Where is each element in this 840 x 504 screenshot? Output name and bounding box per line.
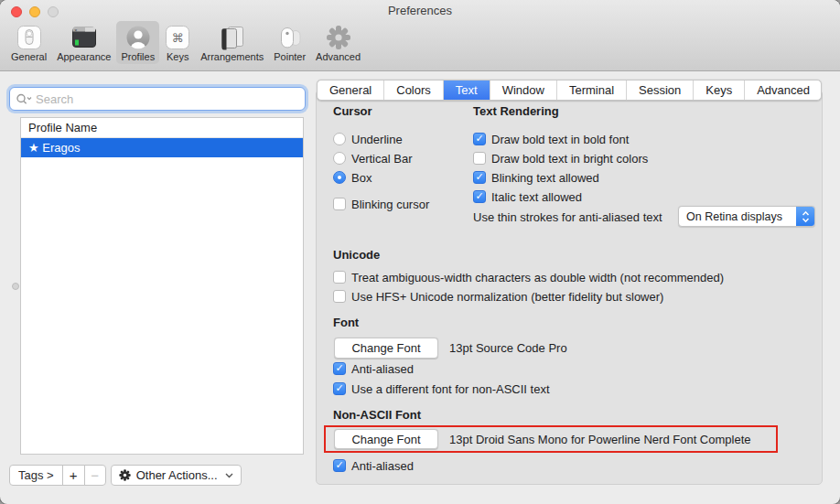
radio-label: Box (351, 171, 372, 185)
checkbox-row-ambiguous-width: Treat ambiguous-width characters as doub… (333, 269, 724, 285)
pointer-mouse-icon (277, 24, 303, 50)
dropdown-selected-value: On Retina displays (679, 210, 796, 223)
radio-row-box: Box (333, 169, 372, 186)
toolbar-item-label: Appearance (57, 51, 111, 62)
toolbar-item-label: Pointer (274, 51, 306, 62)
toolbar-item-label: General (11, 51, 47, 62)
general-switch-icon (16, 24, 42, 50)
font-value: 13pt Source Code Pro (449, 341, 567, 355)
checkbox-label: Anti-aliased (351, 459, 414, 473)
checkbox-row-hfs-normalization: Use HFS+ Unicode normalization (better f… (333, 288, 663, 305)
checkbox-label: Blinking cursor (351, 198, 429, 211)
sidebar-footer: Tags > + − Other Actions... (9, 465, 242, 486)
checkbox-label: Blinking text allowed (491, 171, 599, 185)
appearance-window-icon: × (71, 24, 97, 50)
draw-bold-bright-checkbox[interactable] (473, 152, 486, 165)
tab-bar: General Colors Text Window Terminal Sess… (317, 80, 822, 101)
radio-label: Underline (351, 133, 403, 146)
tab-keys[interactable]: Keys (693, 80, 744, 100)
toolbar-item-appearance[interactable]: × Appearance (52, 21, 115, 64)
preferences-window: Preferences General × Appearance Profile… (0, 0, 840, 504)
thin-strokes-dropdown[interactable]: On Retina displays (678, 206, 815, 227)
vertical-bar-radio[interactable] (333, 152, 346, 165)
radio-row-vertical-bar: Vertical Bar (333, 150, 412, 166)
unicode-section-title: Unicode (333, 248, 380, 262)
blinking-text-checkbox[interactable] (473, 171, 486, 184)
radio-label: Vertical Bar (351, 152, 412, 166)
tab-advanced[interactable]: Advanced (744, 80, 822, 100)
chevron-down-icon (225, 473, 233, 478)
draw-bold-in-bold-checkbox[interactable] (473, 133, 486, 145)
toolbar-item-keys[interactable]: ⌘ Keys (160, 21, 195, 64)
different-non-ascii-checkbox[interactable] (333, 382, 346, 395)
tab-general[interactable]: General (318, 80, 383, 100)
profile-row-eragos[interactable]: ★ Eragos (21, 138, 303, 157)
search-icon (16, 93, 33, 105)
toolbar-item-advanced[interactable]: Advanced (311, 21, 365, 64)
non-ascii-font-section-title: Non-ASCII Font (333, 408, 421, 422)
toolbar: General × Appearance Profiles ⌘ Keys (6, 21, 365, 64)
non-ascii-font-value: 13pt Droid Sans Mono for Powerline Nerd … (449, 433, 751, 446)
hfs-normalization-checkbox[interactable] (333, 290, 346, 303)
toolbar-item-arrangements[interactable]: Arrangements (196, 21, 268, 64)
add-profile-button[interactable]: + (62, 465, 85, 486)
profile-settings-panel: General Colors Text Window Terminal Sess… (316, 90, 823, 485)
checkbox-row-blinking-text: Blinking text allowed (473, 169, 599, 186)
tab-terminal[interactable]: Terminal (556, 80, 626, 100)
antialiased-checkbox[interactable] (333, 362, 346, 375)
underline-radio[interactable] (333, 133, 346, 145)
checkbox-row-blinking-cursor: Blinking cursor (333, 196, 429, 212)
tab-window[interactable]: Window (490, 80, 556, 100)
change-non-ascii-font-button[interactable]: Change Font (334, 429, 438, 449)
window-title: Preferences (0, 4, 840, 17)
keys-command-icon: ⌘ (165, 24, 190, 50)
checkbox-row-antialiased: Anti-aliased (333, 360, 414, 377)
checkbox-label: Draw bold text in bold font (491, 133, 629, 146)
svg-text:×: × (74, 27, 78, 32)
tab-text[interactable]: Text (443, 80, 490, 100)
search-input[interactable] (33, 92, 305, 106)
blinking-cursor-checkbox[interactable] (333, 198, 346, 210)
toolbar-item-general[interactable]: General (6, 21, 51, 64)
checkbox-label: Anti-aliased (351, 362, 414, 376)
checkbox-row-non-ascii-antialiased: Anti-aliased (333, 457, 414, 474)
svg-text:⌘: ⌘ (172, 30, 184, 44)
toolbar-item-label: Keys (167, 51, 188, 62)
checkbox-row-italic-text: Italic text allowed (473, 188, 582, 205)
checkbox-row-different-non-ascii: Use a different font for non-ASCII text (333, 381, 550, 397)
toolbar-item-label: Profiles (121, 51, 155, 62)
non-ascii-antialiased-checkbox[interactable] (333, 459, 346, 472)
gear-icon (119, 469, 131, 481)
checkbox-label: Italic text allowed (491, 190, 582, 204)
cursor-section-title: Cursor (333, 104, 372, 118)
profile-list: Profile Name ★ Eragos (20, 117, 304, 455)
checkbox-label: Use a different font for non-ASCII text (351, 382, 550, 396)
profile-search-field[interactable] (9, 87, 306, 111)
advanced-gear-icon (326, 24, 351, 50)
splitter-handle[interactable] (12, 283, 19, 290)
checkbox-row-bright-colors: Draw bold text in bright colors (473, 150, 648, 166)
toolbar-item-label: Advanced (316, 51, 361, 62)
change-font-button[interactable]: Change Font (334, 338, 438, 359)
remove-profile-button[interactable]: − (84, 465, 106, 486)
checkbox-label: Draw bold text in bright colors (491, 152, 648, 166)
other-actions-button[interactable]: Other Actions... (111, 465, 242, 486)
radio-row-underline: Underline (333, 131, 403, 147)
box-radio[interactable] (333, 171, 346, 184)
tab-session[interactable]: Session (626, 80, 693, 100)
ambiguous-width-checkbox[interactable] (333, 271, 346, 284)
toolbar-item-profiles[interactable]: Profiles (116, 21, 159, 64)
stepper-arrows-icon (796, 207, 814, 226)
tags-button[interactable]: Tags > (9, 465, 63, 486)
thin-strokes-label: Use thin strokes for anti-aliased text (473, 210, 662, 224)
toolbar-item-pointer[interactable]: Pointer (269, 21, 310, 64)
checkbox-label: Use HFS+ Unicode normalization (better f… (351, 290, 663, 304)
profile-list-header: Profile Name (21, 118, 303, 138)
other-actions-label: Other Actions... (136, 468, 220, 482)
thin-strokes-label-row: Use thin strokes for anti-aliased text (473, 209, 662, 225)
text-rendering-section-title: Text Rendering (473, 104, 559, 118)
checkbox-label: Treat ambiguous-width characters as doub… (351, 271, 724, 284)
font-section-title: Font (333, 316, 359, 329)
tab-colors[interactable]: Colors (383, 80, 443, 100)
italic-text-checkbox[interactable] (473, 190, 486, 203)
